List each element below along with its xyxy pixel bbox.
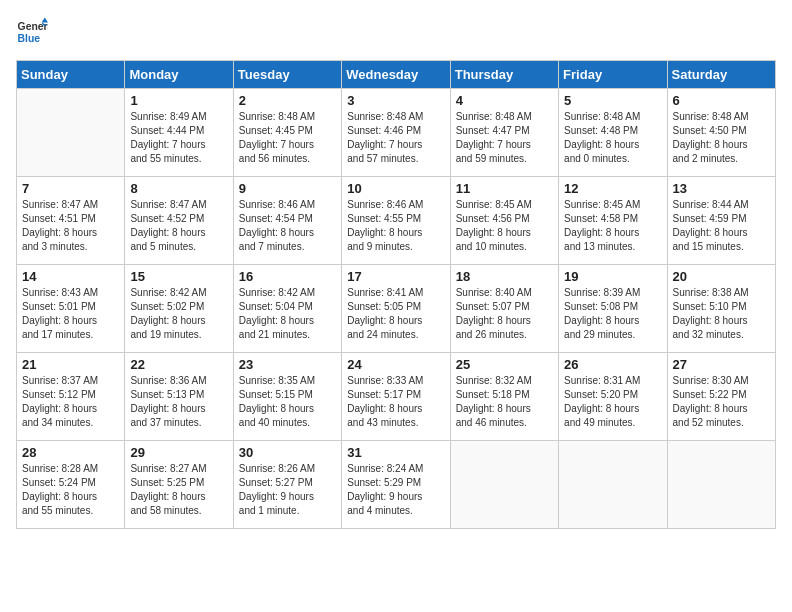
day-number: 31: [347, 445, 444, 460]
svg-text:General: General: [18, 21, 48, 32]
day-number: 19: [564, 269, 661, 284]
day-number: 11: [456, 181, 553, 196]
day-number: 3: [347, 93, 444, 108]
day-number: 29: [130, 445, 227, 460]
day-number: 21: [22, 357, 119, 372]
day-info: Sunrise: 8:32 AM Sunset: 5:18 PM Dayligh…: [456, 374, 553, 430]
calendar-cell: 14Sunrise: 8:43 AM Sunset: 5:01 PM Dayli…: [17, 265, 125, 353]
calendar-cell: 22Sunrise: 8:36 AM Sunset: 5:13 PM Dayli…: [125, 353, 233, 441]
week-row-2: 14Sunrise: 8:43 AM Sunset: 5:01 PM Dayli…: [17, 265, 776, 353]
calendar-cell: 12Sunrise: 8:45 AM Sunset: 4:58 PM Dayli…: [559, 177, 667, 265]
week-row-0: 1Sunrise: 8:49 AM Sunset: 4:44 PM Daylig…: [17, 89, 776, 177]
day-number: 18: [456, 269, 553, 284]
day-number: 14: [22, 269, 119, 284]
day-info: Sunrise: 8:43 AM Sunset: 5:01 PM Dayligh…: [22, 286, 119, 342]
day-info: Sunrise: 8:28 AM Sunset: 5:24 PM Dayligh…: [22, 462, 119, 518]
day-info: Sunrise: 8:35 AM Sunset: 5:15 PM Dayligh…: [239, 374, 336, 430]
week-row-3: 21Sunrise: 8:37 AM Sunset: 5:12 PM Dayli…: [17, 353, 776, 441]
calendar-cell: 23Sunrise: 8:35 AM Sunset: 5:15 PM Dayli…: [233, 353, 341, 441]
calendar-cell: 25Sunrise: 8:32 AM Sunset: 5:18 PM Dayli…: [450, 353, 558, 441]
header: General Blue: [16, 16, 776, 48]
calendar-cell: [559, 441, 667, 529]
calendar-cell: 8Sunrise: 8:47 AM Sunset: 4:52 PM Daylig…: [125, 177, 233, 265]
calendar-cell: [450, 441, 558, 529]
calendar-cell: 29Sunrise: 8:27 AM Sunset: 5:25 PM Dayli…: [125, 441, 233, 529]
calendar-cell: 9Sunrise: 8:46 AM Sunset: 4:54 PM Daylig…: [233, 177, 341, 265]
calendar-cell: 28Sunrise: 8:28 AM Sunset: 5:24 PM Dayli…: [17, 441, 125, 529]
day-info: Sunrise: 8:48 AM Sunset: 4:47 PM Dayligh…: [456, 110, 553, 166]
calendar-header-row: SundayMondayTuesdayWednesdayThursdayFrid…: [17, 61, 776, 89]
day-info: Sunrise: 8:40 AM Sunset: 5:07 PM Dayligh…: [456, 286, 553, 342]
svg-marker-2: [42, 18, 48, 23]
day-number: 27: [673, 357, 770, 372]
calendar-cell: 17Sunrise: 8:41 AM Sunset: 5:05 PM Dayli…: [342, 265, 450, 353]
day-number: 30: [239, 445, 336, 460]
day-number: 5: [564, 93, 661, 108]
day-info: Sunrise: 8:48 AM Sunset: 4:46 PM Dayligh…: [347, 110, 444, 166]
day-number: 16: [239, 269, 336, 284]
day-info: Sunrise: 8:45 AM Sunset: 4:56 PM Dayligh…: [456, 198, 553, 254]
day-number: 2: [239, 93, 336, 108]
calendar-cell: 19Sunrise: 8:39 AM Sunset: 5:08 PM Dayli…: [559, 265, 667, 353]
calendar-cell: 16Sunrise: 8:42 AM Sunset: 5:04 PM Dayli…: [233, 265, 341, 353]
calendar-cell: 27Sunrise: 8:30 AM Sunset: 5:22 PM Dayli…: [667, 353, 775, 441]
day-info: Sunrise: 8:45 AM Sunset: 4:58 PM Dayligh…: [564, 198, 661, 254]
calendar-cell: 30Sunrise: 8:26 AM Sunset: 5:27 PM Dayli…: [233, 441, 341, 529]
day-info: Sunrise: 8:48 AM Sunset: 4:45 PM Dayligh…: [239, 110, 336, 166]
day-header-wednesday: Wednesday: [342, 61, 450, 89]
day-header-saturday: Saturday: [667, 61, 775, 89]
day-number: 9: [239, 181, 336, 196]
day-header-tuesday: Tuesday: [233, 61, 341, 89]
day-info: Sunrise: 8:30 AM Sunset: 5:22 PM Dayligh…: [673, 374, 770, 430]
day-info: Sunrise: 8:38 AM Sunset: 5:10 PM Dayligh…: [673, 286, 770, 342]
day-number: 22: [130, 357, 227, 372]
calendar-cell: 3Sunrise: 8:48 AM Sunset: 4:46 PM Daylig…: [342, 89, 450, 177]
day-info: Sunrise: 8:31 AM Sunset: 5:20 PM Dayligh…: [564, 374, 661, 430]
calendar-body: 1Sunrise: 8:49 AM Sunset: 4:44 PM Daylig…: [17, 89, 776, 529]
calendar-cell: 10Sunrise: 8:46 AM Sunset: 4:55 PM Dayli…: [342, 177, 450, 265]
day-info: Sunrise: 8:42 AM Sunset: 5:04 PM Dayligh…: [239, 286, 336, 342]
calendar-cell: 11Sunrise: 8:45 AM Sunset: 4:56 PM Dayli…: [450, 177, 558, 265]
day-info: Sunrise: 8:39 AM Sunset: 5:08 PM Dayligh…: [564, 286, 661, 342]
day-info: Sunrise: 8:46 AM Sunset: 4:55 PM Dayligh…: [347, 198, 444, 254]
day-header-sunday: Sunday: [17, 61, 125, 89]
day-info: Sunrise: 8:37 AM Sunset: 5:12 PM Dayligh…: [22, 374, 119, 430]
svg-text:Blue: Blue: [18, 33, 41, 44]
day-info: Sunrise: 8:48 AM Sunset: 4:48 PM Dayligh…: [564, 110, 661, 166]
day-info: Sunrise: 8:47 AM Sunset: 4:51 PM Dayligh…: [22, 198, 119, 254]
day-header-monday: Monday: [125, 61, 233, 89]
day-number: 1: [130, 93, 227, 108]
week-row-4: 28Sunrise: 8:28 AM Sunset: 5:24 PM Dayli…: [17, 441, 776, 529]
calendar-cell: [667, 441, 775, 529]
day-number: 24: [347, 357, 444, 372]
calendar-cell: 4Sunrise: 8:48 AM Sunset: 4:47 PM Daylig…: [450, 89, 558, 177]
logo: General Blue: [16, 16, 52, 48]
day-info: Sunrise: 8:48 AM Sunset: 4:50 PM Dayligh…: [673, 110, 770, 166]
calendar-cell: 1Sunrise: 8:49 AM Sunset: 4:44 PM Daylig…: [125, 89, 233, 177]
calendar-cell: 5Sunrise: 8:48 AM Sunset: 4:48 PM Daylig…: [559, 89, 667, 177]
day-info: Sunrise: 8:46 AM Sunset: 4:54 PM Dayligh…: [239, 198, 336, 254]
day-number: 28: [22, 445, 119, 460]
day-header-thursday: Thursday: [450, 61, 558, 89]
day-number: 10: [347, 181, 444, 196]
day-number: 8: [130, 181, 227, 196]
calendar-cell: 7Sunrise: 8:47 AM Sunset: 4:51 PM Daylig…: [17, 177, 125, 265]
week-row-1: 7Sunrise: 8:47 AM Sunset: 4:51 PM Daylig…: [17, 177, 776, 265]
day-info: Sunrise: 8:36 AM Sunset: 5:13 PM Dayligh…: [130, 374, 227, 430]
day-header-friday: Friday: [559, 61, 667, 89]
day-number: 26: [564, 357, 661, 372]
logo-icon: General Blue: [16, 16, 48, 48]
day-info: Sunrise: 8:41 AM Sunset: 5:05 PM Dayligh…: [347, 286, 444, 342]
calendar-cell: 18Sunrise: 8:40 AM Sunset: 5:07 PM Dayli…: [450, 265, 558, 353]
day-number: 6: [673, 93, 770, 108]
day-number: 13: [673, 181, 770, 196]
calendar-cell: 26Sunrise: 8:31 AM Sunset: 5:20 PM Dayli…: [559, 353, 667, 441]
calendar-cell: [17, 89, 125, 177]
day-number: 12: [564, 181, 661, 196]
day-info: Sunrise: 8:26 AM Sunset: 5:27 PM Dayligh…: [239, 462, 336, 518]
day-number: 7: [22, 181, 119, 196]
calendar-cell: 24Sunrise: 8:33 AM Sunset: 5:17 PM Dayli…: [342, 353, 450, 441]
day-info: Sunrise: 8:27 AM Sunset: 5:25 PM Dayligh…: [130, 462, 227, 518]
day-info: Sunrise: 8:33 AM Sunset: 5:17 PM Dayligh…: [347, 374, 444, 430]
calendar-cell: 31Sunrise: 8:24 AM Sunset: 5:29 PM Dayli…: [342, 441, 450, 529]
